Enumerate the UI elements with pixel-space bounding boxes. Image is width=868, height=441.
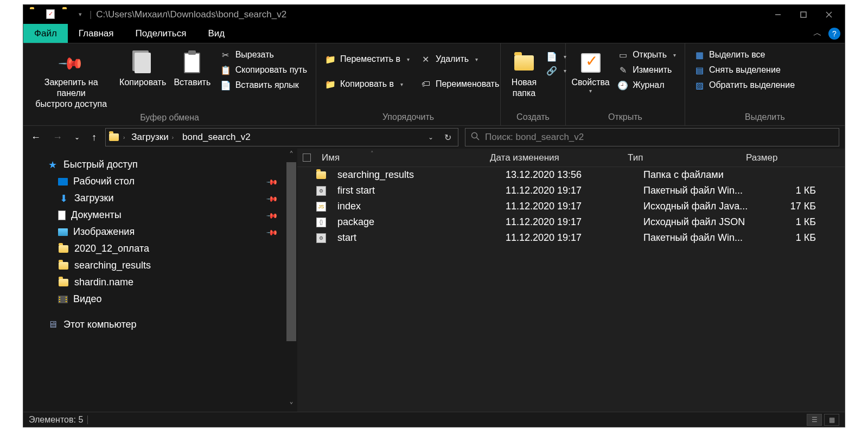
file-row[interactable]: ⚙start11.12.2020 19:17Пакетный файл Win.… [297, 230, 845, 246]
open-button[interactable]: ▭Открыть▾ [613, 48, 680, 62]
select-none-button[interactable]: ▤Снять выделение [690, 63, 799, 77]
thumbnails-view-button[interactable]: ▦ [824, 414, 839, 426]
sidebar-item-desktop[interactable]: Рабочий стол📌 [45, 173, 297, 190]
tab-view[interactable]: Вид [197, 24, 235, 43]
file-view: Имя˄ Дата изменения Тип Размер searching… [297, 149, 845, 412]
sidebar-item-quick-access[interactable]: ★ Быстрый доступ [45, 156, 297, 173]
easy-access-button[interactable]: 🔗▾ [545, 64, 567, 77]
breadcrumb-downloads[interactable]: Загрузки› [129, 131, 176, 144]
select-all-icon: ▦ [694, 49, 705, 60]
select-all-button[interactable]: ▦Выделить все [690, 48, 799, 62]
file-type: Исходный файл Java... [638, 201, 756, 212]
paste-shortcut-button[interactable]: 📄Вставить ярлык [216, 78, 311, 92]
file-row[interactable]: {}package11.12.2020 19:17Исходный файл J… [297, 214, 845, 230]
rename-button[interactable]: 🏷Переименовать [416, 77, 503, 91]
main-area: ˄ ˅ ★ Быстрый доступ Рабочий стол📌 ⬇ Заг… [23, 149, 845, 412]
pin-quick-access-button[interactable]: 📌 Закрепить на панели быстрого доступа [28, 47, 114, 112]
sidebar-item-folder-shardin[interactable]: shardin.name [45, 274, 297, 291]
file-row[interactable]: JSindex11.12.2020 19:17Исходный файл Jav… [297, 199, 845, 214]
folder-icon [58, 244, 69, 254]
up-button[interactable]: ↑ [90, 131, 99, 144]
copy-button[interactable]: Копировать [117, 47, 169, 90]
file-icon: JS [316, 201, 327, 212]
group-label-open: Открыть [570, 111, 680, 124]
sidebar-item-pictures[interactable]: Изображения📌 [45, 223, 297, 240]
tab-share[interactable]: Поделиться [125, 24, 197, 43]
refresh-button[interactable]: ↻ [441, 132, 455, 143]
help-icon[interactable]: ? [828, 28, 840, 40]
folder-icon [58, 277, 69, 288]
scissors-icon: ✂ [220, 49, 231, 60]
copy-path-button[interactable]: 📋Скопировать путь [216, 63, 311, 77]
properties-icon [581, 53, 601, 73]
history-button[interactable]: 🕘Журнал [613, 78, 680, 92]
ribbon-tabs: Файл Главная Поделиться Вид ︿ ? [23, 24, 845, 43]
file-name: index [332, 201, 500, 212]
delete-button[interactable]: ✕Удалить▾ [416, 52, 503, 66]
column-date[interactable]: Дата изменения [484, 152, 622, 163]
pin-icon: 📌 [266, 226, 278, 238]
breadcrumb-folder[interactable]: bond_search_v2 [180, 131, 253, 144]
search-box[interactable] [465, 128, 839, 146]
sidebar-item-folder-payment[interactable]: 2020_12_оплата [45, 240, 297, 257]
address-bar[interactable]: › Загрузки› bond_search_v2 ⌄ ↻ [105, 128, 458, 146]
sidebar-item-documents[interactable]: Документы📌 [45, 207, 297, 223]
close-button[interactable] [816, 7, 841, 23]
invert-selection-button[interactable]: ▨Обратить выделение [690, 78, 799, 92]
file-size: 1 КБ [756, 216, 821, 228]
group-label-select: Выделить [690, 111, 840, 124]
column-name[interactable]: Имя˄ [316, 152, 484, 163]
cut-button[interactable]: ✂Вырезать [216, 48, 311, 62]
details-view-button[interactable]: ☰ [807, 414, 822, 426]
search-input[interactable] [485, 132, 833, 143]
file-name: package [332, 216, 500, 228]
file-size: 1 КБ [756, 232, 821, 244]
recent-dropdown[interactable]: ⌄ [72, 132, 82, 142]
sidebar-item-downloads[interactable]: ⬇ Загрузки📌 [45, 190, 297, 207]
file-type: Пакетный файл Win... [638, 232, 756, 244]
new-folder-qat-icon[interactable] [62, 9, 73, 20]
file-date: 11.12.2020 19:17 [500, 232, 638, 244]
tab-home[interactable]: Главная [68, 24, 125, 43]
select-all-checkbox[interactable] [303, 154, 311, 162]
chevron-right-icon[interactable]: › [123, 135, 125, 140]
titlebar-separator: | [90, 10, 92, 20]
file-size: 1 КБ [756, 185, 821, 196]
edit-button[interactable]: ✎Изменить [613, 63, 680, 77]
sidebar-item-folder-search[interactable]: searching_results [45, 257, 297, 274]
new-folder-button[interactable]: Новая папка [505, 47, 543, 101]
address-dropdown-icon[interactable]: ⌄ [425, 133, 437, 141]
group-label-organize: Упорядочить [321, 111, 496, 124]
folder-icon [109, 133, 119, 141]
group-label-new: Создать [505, 111, 561, 124]
chevron-down-icon: ▾ [475, 56, 478, 62]
copy-to-button[interactable]: 📁Копировать в▾ [321, 77, 414, 91]
sidebar-item-this-pc[interactable]: 🖥 Этот компьютер [45, 316, 297, 333]
paste-button[interactable]: Вставить [171, 47, 214, 90]
collapse-ribbon-icon[interactable]: ︿ [810, 28, 825, 39]
navigation-pane: ˄ ˅ ★ Быстрый доступ Рабочий стол📌 ⬇ Заг… [23, 149, 297, 412]
new-item-button[interactable]: 📄▾ [545, 50, 567, 63]
maximize-button[interactable] [791, 7, 816, 23]
back-button[interactable]: ← [29, 131, 43, 144]
column-size[interactable]: Размер [741, 152, 806, 163]
scroll-down-button[interactable]: ˅ [285, 400, 297, 412]
forward-button[interactable]: → [50, 131, 65, 144]
file-icon: ⚙ [316, 186, 327, 196]
properties-qat-icon[interactable]: ✓ [46, 9, 57, 20]
edit-icon: ✎ [617, 65, 628, 75]
file-type: Папка с файлами [638, 169, 756, 181]
file-row[interactable]: searching_results13.12.2020 13:56Папка с… [297, 167, 845, 183]
shortcut-icon: 📄 [220, 80, 231, 91]
minimize-button[interactable] [765, 7, 790, 23]
file-row[interactable]: ⚙first start11.12.2020 19:17Пакетный фай… [297, 183, 845, 199]
file-date: 11.12.2020 19:17 [500, 185, 638, 196]
properties-button[interactable]: Свойства ▾ [570, 47, 611, 96]
column-type[interactable]: Тип [622, 152, 741, 163]
tab-file[interactable]: Файл [23, 24, 68, 43]
qat-dropdown-icon[interactable]: ▾ [79, 11, 82, 18]
sidebar-item-videos[interactable]: Видео [45, 291, 297, 308]
move-to-button[interactable]: 📁Переместить в▾ [321, 52, 414, 66]
svg-rect-1 [801, 12, 806, 17]
video-icon [58, 296, 68, 303]
